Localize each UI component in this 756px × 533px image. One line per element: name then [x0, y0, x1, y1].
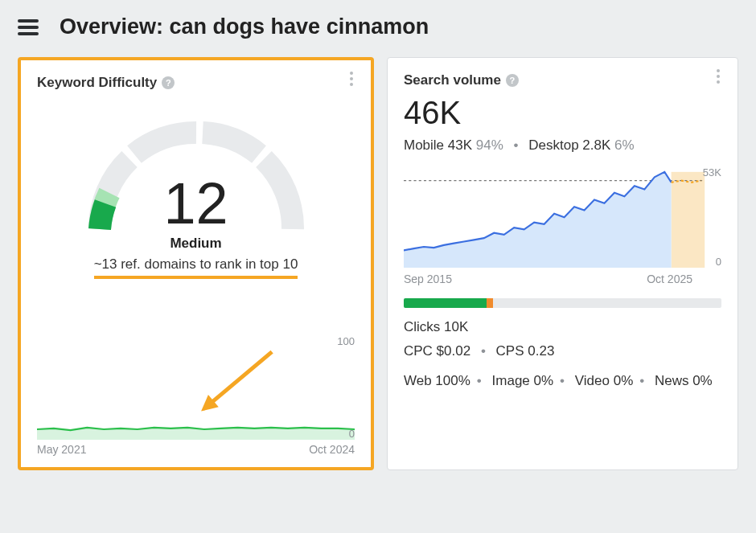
sv-title: Search volume: [404, 72, 501, 88]
kd-history-chart: 100 0: [37, 335, 355, 440]
kd-y-max: 100: [337, 335, 355, 347]
sv-y-max: 53K: [703, 166, 721, 178]
traffic-bar: [404, 298, 721, 308]
sv-device-split: Mobile 43K 94% • Desktop 2.8K 6%: [404, 137, 721, 154]
kd-x-end: Oct 2024: [309, 443, 355, 456]
sv-x-start: Sep 2015: [404, 273, 452, 285]
sv-y-min: 0: [716, 256, 721, 268]
help-icon[interactable]: ?: [162, 76, 175, 89]
sv-x-end: Oct 2025: [647, 273, 692, 285]
kd-card-menu[interactable]: [345, 72, 358, 86]
sv-total: 46K: [404, 95, 721, 131]
kd-x-start: May 2021: [37, 443, 86, 456]
kd-y-min: 0: [349, 428, 355, 440]
keyword-difficulty-card: Keyword Difficulty ? 12 Medium ~13 ref. …: [18, 57, 374, 470]
serp-features-stat: Web 100%• Image 0%• Video 0%• News 0%: [404, 367, 721, 395]
sv-trend-chart: 53K 0: [404, 163, 721, 268]
page-title: Overview: can dogs have cinnamon: [60, 14, 429, 39]
kd-difficulty-label: Medium: [170, 236, 221, 252]
search-volume-card: Search volume ? 46K Mobile 43K 94% • Des…: [387, 57, 738, 470]
clicks-stat: Clicks 10K: [404, 319, 721, 335]
hamburger-icon[interactable]: [18, 19, 39, 35]
kd-hint: ~13 ref. domains to rank in top 10: [94, 256, 298, 279]
cpc-cps-stat: CPC $0.02 • CPS 0.23: [404, 343, 721, 359]
kd-title: Keyword Difficulty: [37, 75, 157, 91]
help-icon[interactable]: ?: [506, 74, 519, 87]
sv-card-menu[interactable]: [712, 69, 725, 84]
svg-rect-2: [672, 172, 705, 268]
kd-score: 12: [163, 174, 228, 232]
